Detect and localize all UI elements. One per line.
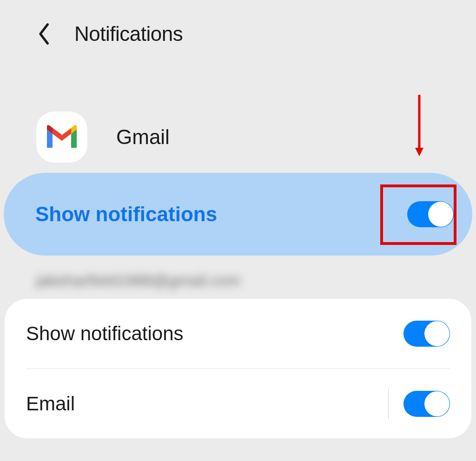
back-button[interactable] — [33, 24, 54, 44]
toggle-knob — [428, 202, 453, 227]
show-notifications-main-row[interactable]: Show notifications — [4, 173, 472, 256]
page-title: Notifications — [74, 22, 183, 46]
show-notifications-account-toggle[interactable] — [403, 321, 450, 347]
header-bar: Notifications — [0, 0, 476, 51]
card-row-label: Email — [26, 393, 75, 415]
show-notifications-main-toggle[interactable] — [407, 201, 454, 227]
annotation-arrow-icon — [414, 93, 425, 158]
app-name-label: Gmail — [116, 125, 170, 149]
show-notifications-main-label: Show notifications — [35, 203, 217, 226]
app-header-row: Gmail — [36, 112, 476, 163]
app-icon-container — [36, 112, 87, 163]
card-row-label: Show notifications — [26, 323, 184, 345]
card-row-email[interactable]: Email — [26, 369, 450, 438]
card-row-show-notifications[interactable]: Show notifications — [26, 299, 450, 369]
account-email-label: jakeharfield1988@gmail.com — [36, 271, 476, 290]
email-category-toggle[interactable] — [403, 391, 450, 417]
toggle-knob — [424, 391, 450, 416]
toggle-knob — [424, 321, 450, 346]
notification-category-card: Show notifications Email — [5, 299, 471, 438]
chevron-left-icon — [37, 23, 51, 45]
vertical-divider — [388, 389, 389, 419]
gmail-icon — [44, 124, 79, 151]
